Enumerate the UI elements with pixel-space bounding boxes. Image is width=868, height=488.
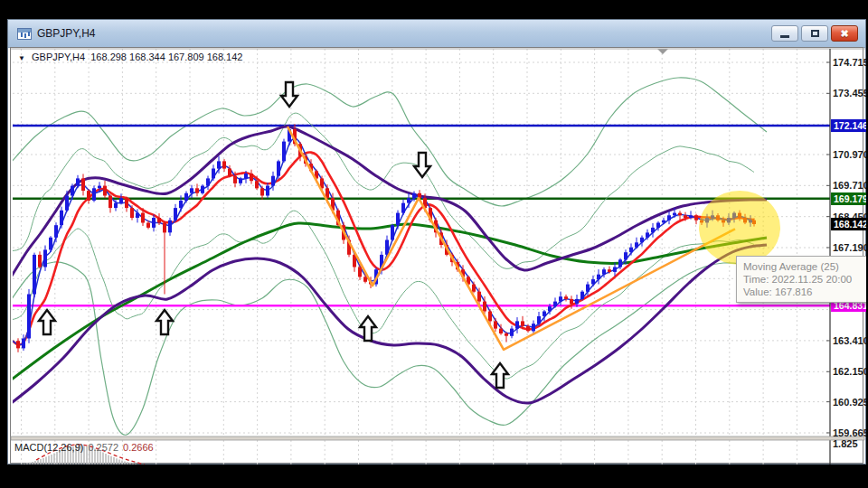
price-tick-label: 163.410 [833, 334, 865, 347]
macd-scale-label: 1.825 [833, 438, 858, 449]
price-badge: 169.179 [831, 192, 866, 205]
price-badge: 172.146 [831, 119, 866, 132]
header-high: 168.344 [129, 52, 165, 62]
tooltip-time: Time: 2022.11.25 20:00 [743, 273, 864, 286]
price-tick-label: 170.970 [833, 148, 865, 161]
price-tick-label: 162.150 [833, 365, 865, 378]
letterbox-left [0, 0, 7, 488]
header-close: 168.142 [207, 52, 243, 62]
tooltip-title: Moving Average (25) [743, 260, 864, 273]
pane-resize-handle [11, 436, 864, 440]
symbol-expander-icon[interactable]: ▼ [18, 54, 25, 62]
macd-value-signal: 0.2666 [123, 442, 154, 453]
letterbox-top [0, 0, 868, 19]
ohlc-header: ▼ GBPJPY,H4 168.298 168.344 167.809 168.… [18, 52, 242, 62]
macd-value-main: 0.2572 [88, 442, 118, 453]
highlight-circle-annotation [699, 191, 780, 265]
up-arrow-annotation [492, 363, 508, 388]
header-low: 167.809 [168, 52, 204, 62]
screen: GBPJPY,H4 ✖ ▼ GBPJPY,H4 168.298 168.344 … [0, 0, 868, 488]
price-tick-label: 167.190 [833, 241, 865, 254]
header-open: 168.298 [90, 52, 127, 62]
price-tick-label: 173.455 [833, 87, 865, 99]
letterbox-bottom [0, 465, 868, 488]
indicator-tooltip: Moving Average (25) Time: 2022.11.25 20:… [736, 256, 868, 303]
tooltip-value: Value: 167.816 [743, 286, 864, 298]
price-tick-label: 159.665 [833, 427, 865, 439]
price-tick-label: 169.710 [833, 179, 865, 192]
chart-canvas[interactable] [0, 0, 868, 488]
up-arrow-annotation [39, 310, 55, 334]
price-tick-label: 160.925 [833, 396, 865, 408]
chart-shift-marker-icon [657, 49, 668, 54]
price-badge: 168.142 [831, 218, 866, 230]
macd-name: MACD(12,26,9) [14, 442, 83, 453]
macd-indicator-label: MACD(12,26,9)0.25720.2666 [14, 442, 154, 453]
price-tick-label: 174.715 [833, 56, 865, 69]
header-symbol: GBPJPY,H4 [32, 52, 85, 62]
up-arrow-annotation [156, 310, 173, 334]
